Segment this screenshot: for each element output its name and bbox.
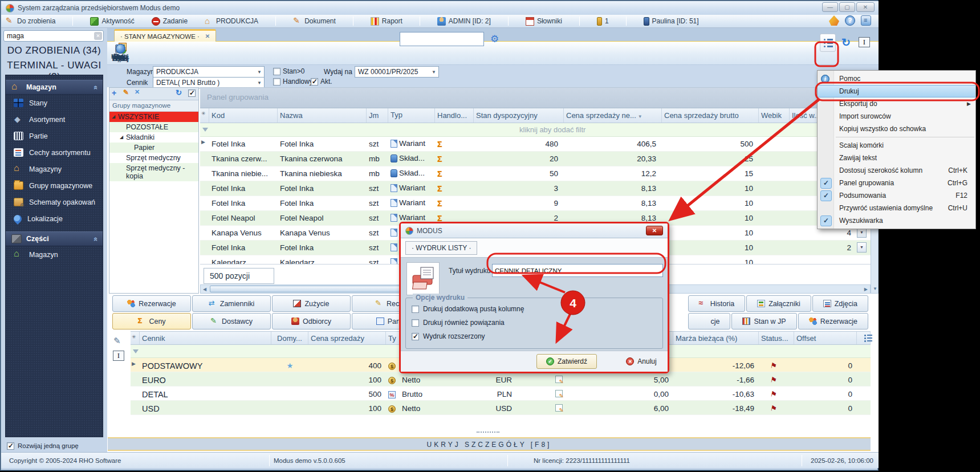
col-handlowy[interactable]: Handlo... [435, 108, 474, 123]
expand-one-group-checkbox[interactable] [7, 442, 14, 450]
price-row[interactable]: DETAL 500 Brutto PLN 0,00 -10,63 0 [131, 386, 871, 401]
menubar-item[interactable]: Paulina [ID: 51] [644, 17, 699, 26]
cancel-button[interactable]: Anuluj [619, 354, 664, 369]
sidebar-item[interactable]: Schematy opakowań [6, 194, 103, 210]
group-panel[interactable]: Panel grupowania [200, 88, 871, 108]
context-menu-item[interactable]: Eksportuj do ▶ [818, 97, 975, 110]
col-cennik[interactable]: Cennik [140, 332, 271, 344]
tree-edit-icon[interactable]: ✎ [123, 88, 129, 96]
detail-tab[interactable]: Zdjęcia [812, 295, 868, 312]
text-select-icon[interactable]: I [859, 37, 870, 47]
price-grid-menu-icon[interactable] [864, 334, 873, 343]
detail-tab[interactable]: Stan w JP [731, 313, 796, 329]
sidebar-group-magazyn[interactable]: Magazyn « [6, 80, 103, 95]
col-jm[interactable]: Jm [367, 108, 388, 123]
tree-item[interactable]: Sprzęt medyczny - kopia [109, 163, 198, 181]
gear-icon[interactable] [490, 33, 499, 45]
tab-close-icon[interactable] [205, 33, 210, 39]
tree-expand-icon[interactable] [128, 144, 134, 145]
sidebar-item[interactable]: Magazyny [6, 161, 103, 177]
sidebar-group-czesci[interactable]: Części « [6, 231, 103, 246]
maximize-button[interactable]: ▢ [839, 2, 855, 12]
price-row[interactable]: USD 100 Netto USD 6,00 -18,49 0 [131, 401, 871, 415]
collapse-chevron-icon[interactable]: « [92, 237, 100, 241]
confirm-button[interactable]: Zatwierdź [536, 354, 597, 369]
handlowy-checkbox[interactable] [273, 78, 280, 86]
sidebar-item[interactable]: Asortyment [6, 111, 103, 128]
menubar-item[interactable]: Do zrobienia [6, 17, 55, 26]
sidebar-item[interactable]: Grupy magazynowe [6, 177, 103, 194]
detail-tab[interactable]: Ceny [112, 313, 191, 329]
paint-icon[interactable] [829, 15, 839, 26]
tree-expand-icon[interactable] [120, 164, 126, 165]
price-edit-icon[interactable] [113, 336, 121, 346]
scroll-right-icon[interactable]: ▶ [864, 287, 868, 292]
context-menu-item[interactable]: Scalaj komórki [818, 139, 975, 152]
col-webik[interactable]: Webik [759, 108, 790, 123]
toolbar-button[interactable]: Webik [107, 43, 133, 64]
col-typ[interactable]: Typ [388, 108, 435, 123]
col-domyslny[interactable]: Domy... [271, 332, 308, 344]
magazyn-dropdown[interactable]: PRODUKCJA [153, 66, 265, 78]
tab-stany-magazynowe[interactable]: · STANY MAGAZYNOWE · [114, 29, 216, 42]
tree-add-icon[interactable]: + [112, 88, 116, 97]
relations-checkbox[interactable] [412, 319, 419, 327]
menubar-item[interactable]: Dokument [293, 17, 336, 26]
menubar-item[interactable]: Zadanie [152, 17, 188, 26]
tree-expand-icon[interactable] [120, 123, 126, 124]
tree-item[interactable]: Papier [109, 143, 198, 153]
dialog-title-bar[interactable]: MODUS [401, 223, 668, 238]
detail-tab[interactable]: Odbiorcy [272, 313, 351, 329]
menubar-item[interactable] [420, 17, 420, 26]
menubar-item[interactable] [579, 17, 580, 26]
filter-hint[interactable]: kliknij aby dodać filtr [519, 125, 585, 134]
detail-tab[interactable]: Historia [688, 295, 745, 312]
sidebar-item[interactable]: Magazyn [6, 246, 103, 263]
tree-item[interactable]: POZOSTAŁE [109, 122, 198, 132]
help-icon[interactable]: ? [845, 15, 855, 26]
context-menu-item[interactable]: Podsumowania F12 [818, 189, 975, 202]
menubar-item[interactable]: Słowniki [526, 17, 562, 26]
stan-checkbox[interactable] [273, 68, 280, 75]
sidebar-item[interactable]: Lokalizacje [6, 210, 103, 227]
shortcut-do-zrobienia[interactable]: DO ZROBIENIA (34) [1, 45, 107, 56]
hide-details-bar[interactable]: UKRYJ SZCZEGÓŁY [F8] [108, 437, 871, 451]
cennik-dropdown[interactable]: DETAL( PLN Brutto ) [153, 77, 265, 88]
context-menu-item[interactable]: Kopiuj wszystko do schowka [818, 123, 975, 135]
grid-properties-menu-icon[interactable] [820, 34, 836, 52]
detail-tab[interactable]: cje [688, 313, 730, 329]
scroll-left-icon[interactable]: ◀ [203, 287, 206, 292]
print-title-input[interactable] [492, 264, 663, 277]
tree-item[interactable]: ◢ Składniki [109, 132, 198, 143]
context-menu-item[interactable]: Wyszukiwarka [818, 214, 975, 227]
context-menu-item[interactable]: Przywróć ustawienia domyślne Ctrl+U [818, 202, 975, 214]
table-row[interactable]: Fotel Inka Fotel Inka szt Wariant Σ 3 8,… [200, 181, 871, 196]
grid-filter-row[interactable]: kliknij aby dodać filtr [200, 123, 871, 137]
col-cena-netto[interactable]: Cena sprzedaży ne...▼ [564, 108, 662, 123]
menubar-item[interactable]: 1 [597, 17, 609, 26]
menubar-item[interactable]: ADMIN [ID: 2] [437, 17, 491, 26]
col-kod[interactable]: Kod [209, 108, 278, 123]
ilosc-dropdown-icon[interactable]: ▼ [857, 242, 867, 253]
menubar-item[interactable] [353, 17, 353, 26]
tree-delete-icon[interactable]: ✕ [135, 88, 140, 96]
detail-tab[interactable]: Rezerwacje [112, 295, 191, 312]
col-stan-dyspozycyjny[interactable]: Stan dyspozycyjny [474, 108, 564, 123]
sort-icon[interactable]: ▼ [638, 114, 643, 119]
menubar-item[interactable]: Aktywność [90, 17, 134, 26]
col-status[interactable]: Status... [759, 332, 794, 344]
col-nazwa[interactable]: Nazwa [278, 108, 367, 123]
splitter-grip[interactable] [477, 432, 499, 433]
empty-column-checkbox[interactable] [412, 306, 419, 313]
table-row[interactable]: Fotel Inka Fotel Inka szt Wariant Σ 9 8,… [200, 196, 871, 211]
minimize-button[interactable]: — [822, 2, 838, 12]
table-row[interactable]: Tkanina niebie... Tkanina niebieska mb S… [200, 166, 871, 181]
table-row[interactable]: Tkanina czerw... Tkanina czerwona mb Skł… [200, 152, 871, 166]
wydaj-na-dropdown[interactable]: WZ 00001/PR/2025 [355, 66, 439, 78]
context-menu-item[interactable]: Pomoc [818, 72, 975, 85]
table-row[interactable]: ▶ Fotel Inka Fotel Inka szt Wariant Σ 48… [200, 137, 871, 152]
search-clear-icon[interactable]: ✕ [94, 32, 102, 40]
menubar-item[interactable] [275, 17, 276, 26]
context-menu-item[interactable]: Dostosuj szerokość kolumn Ctrl+K [818, 164, 975, 177]
price-select-icon[interactable]: I [113, 351, 124, 361]
